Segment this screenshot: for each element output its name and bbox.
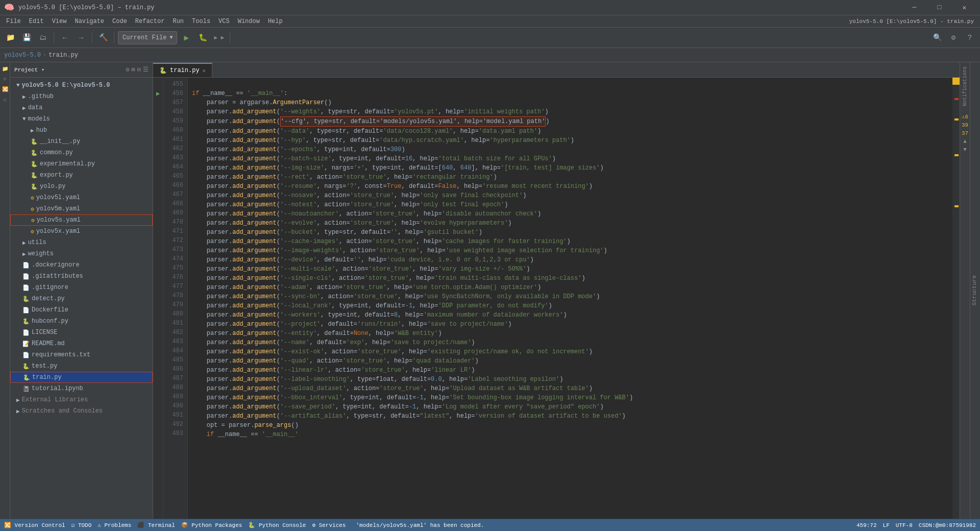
tree-item-hub[interactable]: ▶ hub: [10, 125, 153, 136]
settings-button[interactable]: ⚙: [946, 31, 961, 45]
tree-item-experimental[interactable]: 🐍 experimental.py: [10, 158, 153, 170]
close-button[interactable]: ✕: [953, 0, 976, 15]
tree-item-external-libraries[interactable]: ▶ External Libraries: [10, 394, 153, 405]
chevron-up-icon[interactable]: ▲: [963, 138, 967, 144]
tree-item-license[interactable]: 📄 LICENSE: [10, 327, 153, 338]
services-button[interactable]: ⚙ Services: [312, 522, 346, 528]
tree-item-yolov5x[interactable]: ⚙ yolov5x.yaml: [10, 226, 153, 237]
folder-collapsed-icon: ▶: [22, 239, 26, 246]
menu-run[interactable]: Run: [168, 15, 188, 28]
tree-item-gitattributes[interactable]: 📄 .gitattributes: [10, 271, 153, 282]
help-button[interactable]: ?: [963, 31, 977, 45]
tree-item-export[interactable]: 🐍 export.py: [10, 170, 153, 181]
code-line-462: parser.add_argument('--epochs', type=int…: [192, 146, 405, 153]
tree-item-yolo[interactable]: 🐍 yolo.py: [10, 181, 153, 192]
menu-view[interactable]: View: [48, 15, 71, 28]
notifications-label[interactable]: Notifications: [962, 66, 968, 106]
editor-tab-train[interactable]: 🐍 train.py ✕: [153, 63, 212, 77]
search-everywhere-button[interactable]: 🔍: [930, 31, 944, 45]
toolbar-open-button[interactable]: 📁: [3, 31, 17, 45]
vcs-icon[interactable]: 🔀: [1, 85, 10, 94]
structure-label[interactable]: Structure: [971, 275, 977, 305]
tree-item-detect[interactable]: 🐍 detect.py: [10, 293, 153, 304]
tree-label: README.md: [32, 340, 65, 347]
menu-edit[interactable]: Edit: [25, 15, 48, 28]
menu-tools[interactable]: Tools: [188, 15, 214, 28]
git-user-info[interactable]: CSDN:@m0:87591982: [919, 522, 976, 528]
tree-item-utils[interactable]: ▶ utils: [10, 237, 153, 248]
tree-item-yolov5s-yaml[interactable]: ⚙ yolov5s.yaml: [10, 214, 153, 226]
run-configuration-selector[interactable]: Current File ▼: [118, 31, 177, 44]
tree-label: yolov5m.yaml: [36, 205, 80, 212]
tree-item-scratches[interactable]: ▶ Scratches and Consoles: [10, 405, 153, 417]
side-icons: 📁 ≡ 🔀 ☑: [0, 62, 10, 519]
debug-button[interactable]: 🐛: [195, 31, 210, 45]
tree-label: yolov5l.yaml: [36, 194, 80, 201]
python-file-icon: 🐍: [31, 183, 38, 190]
run-button[interactable]: ▶: [179, 31, 193, 45]
toolbar-save-button[interactable]: 💾: [19, 31, 34, 45]
toolbar-back-button[interactable]: ←: [58, 31, 72, 45]
tree-item-test[interactable]: 🐍 test.py: [10, 360, 153, 372]
close-tab-icon[interactable]: ✕: [203, 67, 206, 74]
menu-navigate[interactable]: Navigate: [70, 15, 108, 28]
tree-item-train[interactable]: 🐍 train.py: [10, 372, 153, 383]
tree-item-hubconf[interactable]: 🐍 hubconf.py: [10, 316, 153, 327]
project-header-icons: ⚙ ⊞ ⊟ ☰: [126, 66, 149, 74]
tree-item-yolov5m[interactable]: ⚙ yolov5m.yaml: [10, 203, 153, 214]
tree-item-common[interactable]: 🐍 common.py: [10, 147, 153, 158]
tree-item-tutorial[interactable]: 📓 tutorial.ipynb: [10, 383, 153, 394]
toolbar-forward-button[interactable]: →: [74, 31, 88, 45]
tree-item-weights[interactable]: ▶ weights: [10, 248, 153, 259]
collapse-icon[interactable]: ⊟: [137, 66, 141, 74]
line-ending[interactable]: LF: [883, 522, 890, 528]
expand-icon[interactable]: ⊞: [132, 66, 135, 74]
toolbar-build-button[interactable]: 🔨: [96, 31, 110, 45]
folder-icon[interactable]: 📁: [1, 64, 10, 74]
minimize-button[interactable]: ─: [903, 0, 926, 15]
tree-item-requirements[interactable]: 📄 requirements.txt: [10, 349, 153, 360]
notebook-file-icon: 📓: [22, 385, 30, 392]
gear-icon[interactable]: ☰: [143, 66, 149, 74]
tree-label: detect.py: [32, 295, 65, 302]
python-console-button[interactable]: 🐍 Python Console: [248, 522, 306, 528]
tree-item-init[interactable]: 🐍 __init__.py: [10, 136, 153, 147]
terminal-button[interactable]: ⬛ Terminal: [137, 522, 175, 528]
menu-refactor[interactable]: Refactor: [131, 15, 169, 28]
python-packages-button[interactable]: 📦 Python Packages: [181, 522, 242, 528]
tree-item-github[interactable]: ▶ .github: [10, 91, 153, 102]
coverage-button[interactable]: ▶ ▶: [212, 31, 226, 45]
tree-item-data[interactable]: ▶ data: [10, 102, 153, 113]
cursor-position[interactable]: 459:72: [856, 522, 877, 528]
structure-icon[interactable]: ≡: [1, 75, 10, 84]
breadcrumb-project[interactable]: yolov5-5.0: [4, 52, 41, 59]
tree-item-gitignore[interactable]: 📄 .gitignore: [10, 282, 153, 293]
toolbar-save-all-button[interactable]: 🗂: [36, 31, 50, 45]
code-line-456: if __name__ == '__main__':: [192, 90, 287, 97]
problems-button[interactable]: ⚠ Problems: [97, 522, 131, 528]
tree-item-readme[interactable]: 📝 README.md: [10, 338, 153, 349]
folder-collapsed-icon: ▶: [22, 105, 26, 111]
menu-bar: File Edit View Navigate Code Refactor Ru…: [0, 15, 980, 28]
tree-root[interactable]: ▼ yolov5-5.0 E:\yolov5-5.0: [10, 80, 153, 91]
tree-item-models[interactable]: ▼ models: [10, 113, 153, 125]
todo-button[interactable]: ☑ TODO: [71, 522, 92, 528]
code-content[interactable]: if __name__ == '__main__': parser = argp…: [188, 78, 952, 519]
menu-vcs[interactable]: VCS: [214, 15, 234, 28]
menu-code[interactable]: Code: [108, 15, 131, 28]
encoding[interactable]: UTF-8: [896, 522, 913, 528]
breadcrumb-file[interactable]: train.py: [48, 52, 78, 59]
todo-icon[interactable]: ☑: [1, 95, 10, 104]
tree-item-dockerfile[interactable]: 📄 Dockerfile: [10, 304, 153, 316]
menu-file[interactable]: File: [2, 15, 25, 28]
maximize-button[interactable]: □: [928, 0, 951, 15]
menu-window[interactable]: Window: [234, 15, 264, 28]
tree-item-yolov5l[interactable]: ⚙ yolov5l.yaml: [10, 192, 153, 203]
code-line-463: parser.add_argument('--batch-size', type…: [192, 155, 556, 162]
chevron-down-icon[interactable]: ▼: [963, 147, 967, 153]
settings-icon[interactable]: ⚙: [126, 66, 129, 74]
tree-item-dockerignore[interactable]: 📄 .dockerignore: [10, 259, 153, 271]
run-line-arrow[interactable]: ▶: [156, 90, 160, 98]
version-control-button[interactable]: 🔀 Version Control: [4, 522, 65, 528]
menu-help[interactable]: Help: [264, 15, 287, 28]
